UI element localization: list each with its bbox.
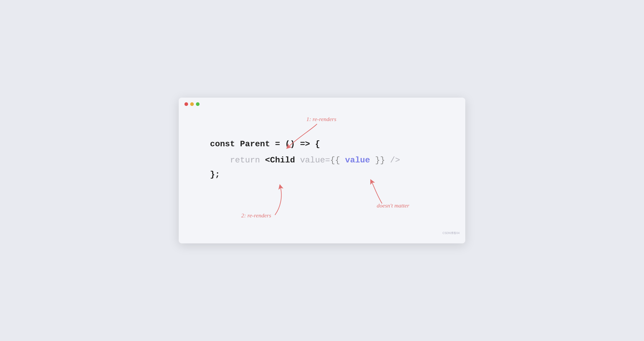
titlebar bbox=[179, 98, 465, 109]
arrow-re-renders-2 bbox=[275, 187, 281, 215]
code-line-3: }; bbox=[210, 168, 450, 182]
code-child-tag: <Child bbox=[265, 153, 295, 167]
code-brace-close1: } bbox=[375, 153, 380, 167]
code-self-close: /> bbox=[385, 153, 400, 167]
code-value-attr: value= bbox=[295, 153, 330, 167]
close-button[interactable] bbox=[184, 102, 188, 106]
maximize-button[interactable] bbox=[196, 102, 200, 106]
watermark: CSDN博客04 bbox=[443, 231, 460, 235]
code-brace-close2: } bbox=[380, 153, 385, 167]
code-line-1: const Parent = () => { bbox=[210, 137, 450, 151]
annotation-re-renders-1-text: 1: re-renders bbox=[306, 116, 336, 122]
code-const-parent: const Parent = () => { bbox=[210, 137, 320, 151]
minimize-button[interactable] bbox=[190, 102, 194, 106]
annotation-re-renders-2-text: 2: re-renders bbox=[241, 212, 271, 219]
code-line-2: return <Child value={{ value }} /> bbox=[210, 153, 450, 167]
code-closing-brace: }; bbox=[210, 168, 220, 182]
code-block: const Parent = () => { return <Child val… bbox=[210, 137, 450, 182]
code-brace-open1: { bbox=[330, 153, 335, 167]
annotation-doesnt-matter-text: doesn't matter bbox=[377, 202, 410, 209]
main-content: 1: re-renders 2: re-renders doesn't matt… bbox=[179, 109, 465, 239]
code-return: return bbox=[210, 153, 265, 167]
code-value-var: value bbox=[340, 153, 375, 167]
code-brace-open2: { bbox=[335, 153, 340, 167]
app-window: 1: re-renders 2: re-renders doesn't matt… bbox=[179, 98, 465, 243]
arrow-doesnt-matter bbox=[371, 181, 382, 203]
